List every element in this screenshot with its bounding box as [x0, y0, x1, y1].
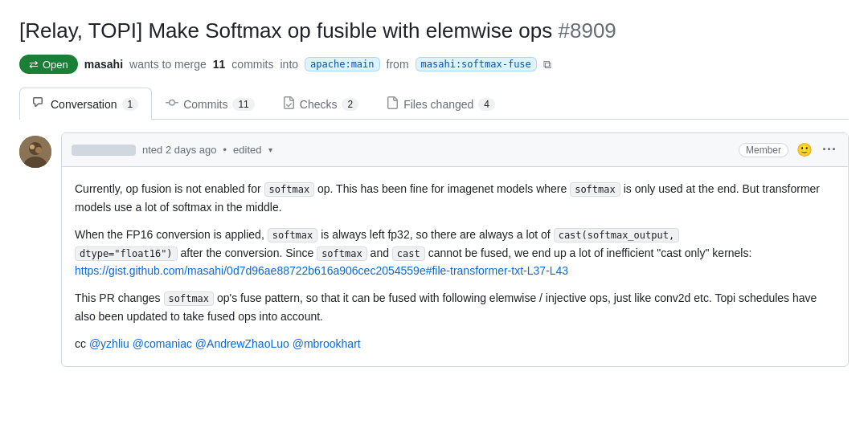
mention-comaniac[interactable]: @comaniac [133, 337, 192, 350]
tab-checks[interactable]: Checks 2 [268, 88, 372, 120]
comment-body: Currently, op fusion is not enabled for … [62, 167, 848, 365]
code-softmax-3: softmax [268, 228, 318, 242]
code-softmax-4: softmax [317, 247, 367, 261]
pr-meta: ⇄ Open masahi wants to merge 11 commits … [19, 55, 849, 74]
mention-yzhliu[interactable]: @yzhliu [89, 337, 129, 350]
tab-commits-count: 11 [232, 98, 254, 111]
code-cast-softmax: cast(softmax_output, [554, 228, 680, 242]
open-status-badge: ⇄ Open [19, 55, 78, 74]
pr-from-label: from [387, 58, 409, 71]
chevron-down-icon[interactable]: ▾ [268, 145, 272, 154]
commits-icon [166, 96, 178, 112]
p2-mid2: after the conversion. Since [178, 247, 317, 259]
files-changed-icon [386, 96, 399, 112]
emoji-button[interactable]: 🙂 [795, 141, 814, 159]
svg-point-3 [30, 145, 35, 149]
pr-author[interactable]: masahi [84, 58, 123, 71]
comment-paragraph-2: When the FP16 conversion is applied, sof… [75, 226, 835, 279]
pr-number: #8909 [559, 18, 616, 43]
p2-before: When the FP16 conversion is applied, [75, 228, 268, 241]
code-softmax-5: softmax [164, 291, 215, 306]
comment-paragraph-4: cc @yzhliu @comaniac @AndrewZhaoLuo @mbr… [75, 335, 835, 352]
merge-icon: ⇄ [29, 58, 39, 71]
code-cast: cast [392, 247, 425, 261]
mention-andrewzhaoluo[interactable]: @AndrewZhaoLuo [195, 337, 289, 350]
tab-conversation-count: 1 [122, 98, 139, 111]
pr-commits-label: commits [231, 58, 273, 71]
pr-into-label: into [280, 58, 298, 71]
status-label: Open [43, 59, 68, 71]
gist-link[interactable]: https://gist.github.com/masahi/0d7d96ae8… [75, 264, 568, 277]
edited-label: edited [233, 144, 261, 156]
conversation-icon [33, 96, 46, 112]
p2-mid1: is always left fp32, so there are always… [317, 228, 553, 241]
user-avatar [19, 136, 51, 168]
tab-commits-label: Commits [183, 98, 227, 111]
page-title: [Relay, TOPI] Make Softmax op fusible wi… [19, 16, 849, 45]
code-softmax-2: softmax [570, 182, 620, 197]
tab-conversation[interactable]: Conversation 1 [19, 88, 152, 120]
member-badge: Member [739, 143, 788, 157]
tab-conversation-label: Conversation [51, 98, 117, 111]
tab-files-changed-label: Files changed [403, 98, 473, 111]
svg-point-4 [35, 147, 42, 153]
comment-paragraph-1: Currently, op fusion is not enabled for … [75, 180, 835, 216]
comment-paragraph-3: This PR changes softmax op's fuse patter… [75, 289, 835, 325]
pr-description: wants to merge [129, 58, 207, 71]
comment-header-right: Member 🙂 ··· [739, 140, 838, 160]
comment-box: nted 2 days ago • edited ▾ Member 🙂 ··· … [61, 132, 849, 366]
more-options-button[interactable]: ··· [821, 140, 838, 160]
comment-header-left: nted 2 days ago • edited ▾ [72, 144, 272, 156]
copy-branch-icon[interactable]: ⧉ [543, 58, 551, 71]
tab-files-changed-count: 4 [478, 98, 495, 111]
bullet-separator: • [223, 144, 227, 156]
head-branch-tag[interactable]: masahi:softmax-fuse [416, 57, 537, 71]
tab-commits[interactable]: Commits 11 [152, 88, 268, 120]
comment-header: nted 2 days ago • edited ▾ Member 🙂 ··· [62, 133, 848, 167]
tab-checks-count: 2 [342, 98, 358, 111]
comment-author-placeholder [72, 145, 136, 156]
code-dtype: dtype="float16") [75, 247, 178, 261]
tabs-bar: Conversation 1 Commits 11 Checks 2 Files… [19, 87, 849, 120]
avatar [19, 132, 51, 366]
p1-before: Currently, op fusion is not enabled for [75, 182, 264, 195]
pr-commit-count: 11 [213, 58, 226, 71]
tab-files-changed[interactable]: Files changed 4 [372, 88, 509, 120]
mention-mbrookhart[interactable]: @mbrookhart [293, 337, 361, 350]
p2-mid3: and [367, 247, 392, 259]
tab-checks-label: Checks [300, 98, 338, 111]
checks-icon [282, 96, 295, 112]
base-branch-tag[interactable]: apache:main [305, 57, 379, 71]
comment-timestamp: nted 2 days ago [142, 144, 217, 156]
p4-text: cc [75, 337, 89, 350]
code-softmax-1: softmax [264, 182, 315, 197]
title-text: [Relay, TOPI] Make Softmax op fusible wi… [19, 18, 552, 43]
p2-after: cannot be fused, we end up a lot of inef… [425, 247, 752, 259]
p1-mid: op. This has been fine for imagenet mode… [314, 182, 570, 195]
comment-thread: nted 2 days ago • edited ▾ Member 🙂 ··· … [19, 132, 849, 366]
p3-before: This PR changes [75, 291, 164, 304]
